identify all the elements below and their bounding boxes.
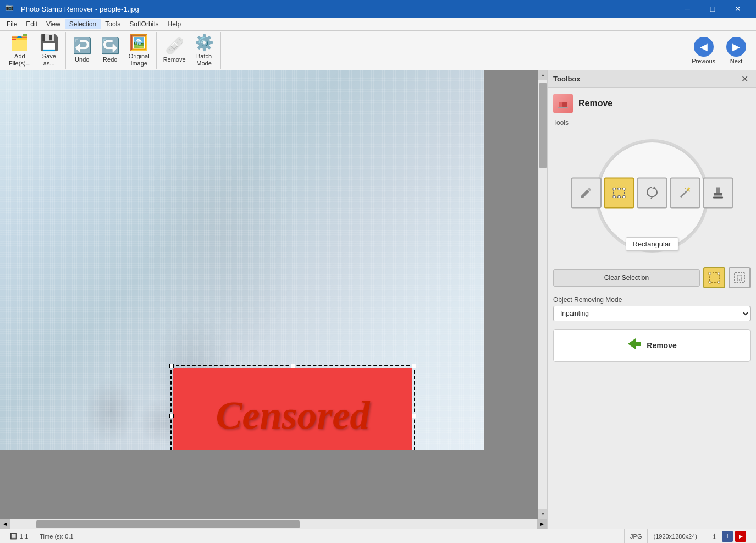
toolbar-file-group: 🗂️ AddFile(s)... 💾 Saveas... (2, 32, 66, 69)
vscroll-down-button[interactable]: ▼ (538, 509, 548, 519)
info-button[interactable]: ℹ (709, 531, 720, 542)
lasso-tool-button[interactable] (637, 177, 667, 208)
minimize-button[interactable]: ─ (675, 0, 700, 18)
menu-view[interactable]: View (42, 19, 65, 29)
svg-rect-9 (618, 195, 620, 198)
pencil-icon (580, 186, 593, 199)
remove-toolbar-button[interactable]: 🩹 Remove (159, 33, 190, 68)
hscroll-left-button[interactable]: ◀ (0, 519, 10, 529)
hscroll-thumb[interactable] (36, 520, 300, 528)
next-arrow-icon: ▶ (726, 37, 746, 57)
menu-selection[interactable]: Selection (65, 19, 101, 29)
pencil-tool-button[interactable] (571, 177, 602, 208)
app-icon: 📷 (5, 3, 16, 14)
horizontal-scrollbar[interactable]: ◀ ▶ (0, 519, 547, 529)
svg-rect-7 (623, 195, 625, 198)
next-label: Next (730, 58, 743, 64)
svg-rect-6 (613, 195, 615, 198)
facebook-button[interactable]: f (722, 531, 733, 542)
vertical-scrollbar[interactable]: ▲ ▼ (538, 70, 547, 519)
toolbox-panel: Toolbox ✕ Remove Tools (547, 70, 756, 529)
svg-rect-5 (623, 188, 625, 190)
save-as-button[interactable]: 💾 Saveas... (35, 33, 63, 68)
svg-marker-26 (628, 338, 641, 349)
svg-rect-22 (709, 281, 711, 283)
status-bar: 🔲 1:1 Time (s): 0.1 JPG (1920x1280x24) ℹ… (0, 529, 756, 543)
canvas-with-hscroll: Censored (0, 70, 547, 529)
hscroll-track[interactable] (10, 519, 537, 529)
youtube-button[interactable]: ▶ (735, 531, 746, 542)
next-button[interactable]: ▶ Next (721, 33, 752, 68)
dimensions-value: (1920x1280x24) (653, 533, 697, 540)
previous-label: Previous (692, 58, 715, 64)
remove-action-button[interactable]: Remove (553, 329, 751, 362)
remove-arrow-icon (627, 336, 642, 355)
redo-button[interactable]: ↪️ Redo (96, 33, 124, 68)
menu-help[interactable]: Help (163, 19, 186, 29)
lasso-icon (645, 185, 659, 200)
canvas-area[interactable]: Censored (0, 70, 538, 519)
zoom-icon: 🔲 (10, 533, 18, 540)
magic-wand-tool-button[interactable] (670, 177, 700, 208)
previous-button[interactable]: ◀ Previous (686, 33, 721, 68)
clear-selection-button[interactable]: Clear Selection (553, 269, 700, 287)
svg-rect-17 (714, 193, 722, 195)
toolbox-close-button[interactable]: ✕ (739, 74, 751, 84)
undo-button[interactable]: ↩️ Undo (68, 33, 96, 68)
original-image-label: OriginalImage (129, 53, 150, 67)
svg-rect-4 (613, 188, 615, 190)
maximize-button[interactable]: □ (700, 0, 725, 18)
stamp-tool-button[interactable] (703, 177, 733, 208)
svg-rect-2 (558, 107, 568, 108)
image-container: Censored (0, 70, 484, 519)
format-value: JPG (630, 533, 642, 540)
time-value: Time (s): 0.1 (40, 533, 73, 540)
vscroll-thumb[interactable] (539, 83, 547, 168)
vscroll-track[interactable] (538, 80, 547, 509)
canvas-image: Censored (0, 70, 484, 450)
canvas-scroll: Censored (0, 70, 538, 519)
menu-tools[interactable]: Tools (101, 19, 125, 29)
menu-edit[interactable]: Edit (21, 19, 42, 29)
canvas-and-vscroll: Censored (0, 70, 547, 519)
select-all-icon (708, 272, 720, 284)
removing-mode-label: Object Removing Mode (553, 296, 751, 304)
svg-rect-23 (718, 281, 720, 283)
original-image-icon: 🖼️ (129, 34, 148, 52)
title-bar: 📷 Photo Stamp Remover - people-1.jpg ─ □… (0, 0, 756, 18)
toolbox-header: Toolbox ✕ (548, 70, 756, 88)
magic-wand-icon (678, 185, 692, 200)
rectangular-label: Rectangular (625, 237, 678, 251)
censored-text: Censored (216, 393, 369, 438)
undo-icon: ↩️ (73, 37, 92, 55)
info-status: ℹ f ▶ (703, 529, 752, 543)
select-sub-icon (733, 272, 746, 284)
hscroll-right-button[interactable]: ▶ (537, 519, 547, 529)
save-icon: 💾 (40, 34, 59, 52)
zoom-value: 1:1 (20, 533, 28, 540)
original-image-button[interactable]: 🖼️ OriginalImage (124, 33, 154, 68)
select-sub-button[interactable] (729, 267, 751, 288)
selection-controls: Clear Selection (553, 267, 751, 288)
batch-mode-button[interactable]: ⚙️ BatchMode (190, 33, 218, 68)
menu-bar: File Edit View Selection Tools SoftOrbit… (0, 18, 756, 31)
previous-arrow-icon: ◀ (694, 37, 714, 57)
menu-softorbits[interactable]: SoftOrbits (125, 19, 163, 29)
menu-file[interactable]: File (2, 19, 21, 29)
svg-rect-8 (618, 188, 620, 190)
toolbox-content: Remove Tools (548, 88, 756, 529)
redo-label: Redo (103, 56, 117, 63)
add-files-label: AddFile(s)... (9, 53, 31, 67)
svg-rect-16 (716, 187, 720, 193)
add-files-button[interactable]: 🗂️ AddFile(s)... (4, 33, 35, 68)
svg-rect-21 (718, 272, 720, 275)
status-icons: ℹ f ▶ (709, 531, 746, 542)
remove-toolbar-icon: 🩹 (165, 37, 184, 55)
removing-mode-select[interactable]: Inpainting Smart Fill Clone Stamp (553, 306, 751, 321)
batch-mode-label: BatchMode (196, 53, 212, 67)
select-all-button[interactable] (703, 267, 725, 288)
close-button[interactable]: ✕ (725, 0, 751, 18)
vscroll-up-button[interactable]: ▲ (538, 70, 548, 80)
remove-arrow-svg (627, 336, 642, 352)
rectangular-tool-button[interactable] (604, 177, 634, 208)
